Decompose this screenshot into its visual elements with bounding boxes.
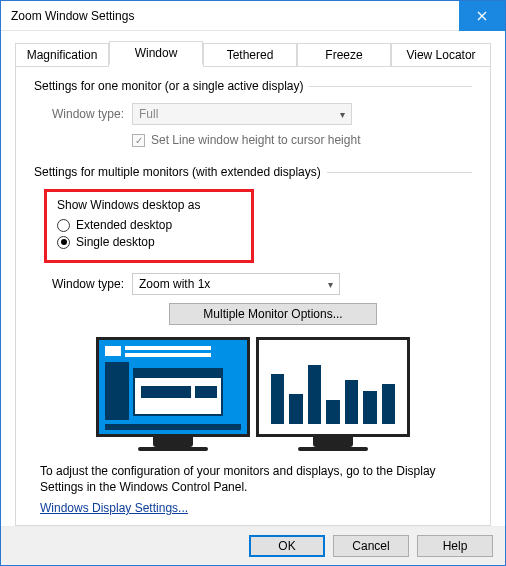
close-icon — [477, 11, 487, 21]
window-type-label-multi: Window type: — [52, 277, 132, 291]
dialog-content: Magnification Window Tethered Freeze Vie… — [1, 31, 505, 526]
titlebar: Zoom Window Settings — [1, 1, 505, 31]
set-line-row: ✓ Set Line window height to cursor heigh… — [34, 133, 472, 147]
monitor-2-screen — [256, 337, 410, 437]
radio-icon — [57, 236, 70, 249]
dialog-window: Zoom Window Settings Magnification Windo… — [0, 0, 506, 566]
show-desktop-label: Show Windows desktop as — [57, 198, 241, 212]
chevron-down-icon: ▾ — [328, 279, 333, 290]
divider — [327, 172, 472, 173]
tab-magnification[interactable]: Magnification — [15, 43, 109, 67]
help-button[interactable]: Help — [417, 535, 493, 557]
monitor-1-screen — [96, 337, 250, 437]
monitor-1 — [96, 337, 250, 451]
tab-strip: Magnification Window Tethered Freeze Vie… — [15, 41, 491, 65]
tab-tethered[interactable]: Tethered — [203, 43, 297, 67]
window-title: Zoom Window Settings — [11, 9, 459, 23]
window-type-combo-single: Full ▾ — [132, 103, 352, 125]
section-one-monitor-title: Settings for one monitor (or a single ac… — [34, 79, 303, 93]
bar — [308, 365, 321, 424]
bar — [382, 384, 395, 424]
bar — [289, 394, 302, 424]
ok-button[interactable]: OK — [249, 535, 325, 557]
monitor-2 — [256, 337, 410, 451]
tab-view-locator[interactable]: View Locator — [391, 43, 491, 67]
tab-panel: Settings for one monitor (or a single ac… — [15, 64, 491, 526]
windows-display-settings-link[interactable]: Windows Display Settings... — [40, 501, 188, 515]
bar — [363, 391, 376, 424]
section-one-monitor-header: Settings for one monitor (or a single ac… — [34, 79, 472, 93]
mmo-wrap: Multiple Monitor Options... — [34, 303, 472, 325]
set-line-label: Set Line window height to cursor height — [151, 133, 360, 147]
bar — [326, 400, 339, 424]
tab-window[interactable]: Window — [109, 41, 203, 65]
checkbox-icon: ✓ — [132, 134, 145, 147]
help-text: To adjust the configuration of your moni… — [40, 463, 462, 495]
dialog-footer: OK Cancel Help — [1, 526, 505, 565]
window-type-combo-multi[interactable]: Zoom with 1x ▾ — [132, 273, 340, 295]
radio-single-desktop[interactable]: Single desktop — [57, 235, 241, 249]
window-type-label-single: Window type: — [52, 107, 132, 121]
window-type-row-single: Window type: Full ▾ — [34, 103, 472, 125]
tab-freeze[interactable]: Freeze — [297, 43, 391, 67]
close-button[interactable] — [459, 1, 505, 31]
cancel-button[interactable]: Cancel — [333, 535, 409, 557]
radio-extended-desktop[interactable]: Extended desktop — [57, 218, 241, 232]
multiple-monitor-options-button[interactable]: Multiple Monitor Options... — [169, 303, 377, 325]
window-type-row-multi: Window type: Zoom with 1x ▾ — [34, 273, 472, 295]
section-multi-monitor-header: Settings for multiple monitors (with ext… — [34, 165, 472, 179]
bar — [271, 374, 284, 424]
chevron-down-icon: ▾ — [340, 109, 345, 120]
section-multi-monitor-title: Settings for multiple monitors (with ext… — [34, 165, 321, 179]
monitor-preview — [34, 337, 472, 451]
divider — [309, 86, 472, 87]
radio-icon — [57, 219, 70, 232]
show-desktop-group-highlight: Show Windows desktop as Extended desktop… — [44, 189, 254, 263]
set-line-checkbox: ✓ Set Line window height to cursor heigh… — [132, 133, 360, 147]
bar — [345, 380, 358, 424]
